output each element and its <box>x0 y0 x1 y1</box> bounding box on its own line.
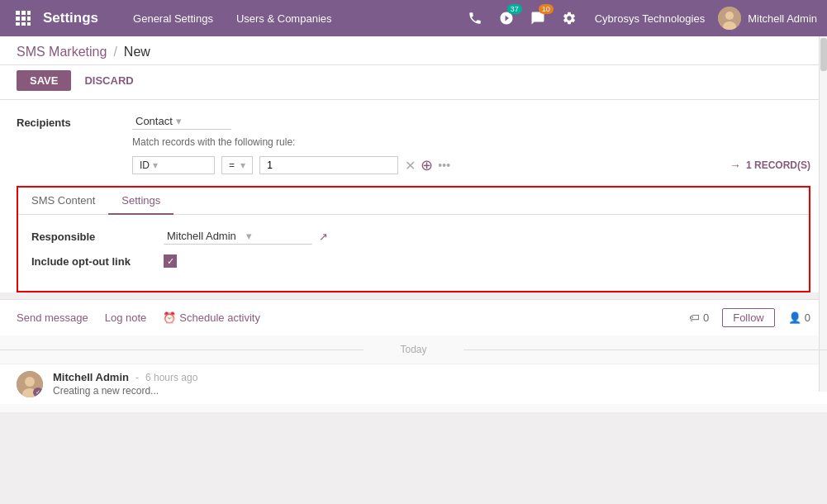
rule-row: ID ▾ = ▾ ✕ ⊕ ••• → 1 RECORD(S) <box>132 156 810 174</box>
responsible-arrow-icon: ▾ <box>246 230 252 242</box>
settings-icon-btn[interactable] <box>557 6 582 31</box>
follow-button[interactable]: Follow <box>722 308 775 327</box>
message-text: Creating a new record... <box>53 385 810 397</box>
followers-icon: 👤 <box>788 311 801 324</box>
rule-field-select[interactable]: ID ▾ <box>132 156 215 174</box>
message-row: ✓ Mitchell Admin - 6 hours ago Creating … <box>0 364 827 404</box>
opt-out-checkbox[interactable]: ✓ <box>164 254 177 268</box>
responsible-value: Mitchell Admin ▾ ↗ <box>164 228 328 245</box>
dropdown-arrow-icon: ▾ <box>176 115 182 127</box>
rule-more-icon[interactable]: ••• <box>438 159 450 172</box>
activity-icon-btn[interactable]: 37 <box>494 6 519 31</box>
nav-users-companies[interactable]: Users & Companies <box>225 0 344 36</box>
scrollbar[interactable] <box>819 36 827 392</box>
log-note-btn[interactable]: Log note <box>105 311 147 324</box>
external-link-icon[interactable]: ↗ <box>319 231 328 243</box>
settings-tab-content: Responsible Mitchell Admin ▾ ↗ Include o… <box>18 215 809 291</box>
rule-field-arrow-icon: ▾ <box>153 159 158 171</box>
tab-sms-content[interactable]: SMS Content <box>18 188 108 215</box>
user-name: Mitchell Admin <box>748 12 817 25</box>
activity-badge: 37 <box>507 4 522 14</box>
rule-value-input[interactable] <box>259 156 398 174</box>
message-author: Mitchell Admin <box>53 371 129 383</box>
discard-button[interactable]: DISCARD <box>78 70 140 91</box>
message-avatar-badge: ✓ <box>33 388 43 397</box>
user-avatar[interactable] <box>718 7 741 30</box>
recipients-label: Recipients <box>17 113 132 129</box>
top-navigation: Settings General Settings Users & Compan… <box>0 0 827 36</box>
chatter-bar: Send message Log note ⏰ Schedule activit… <box>0 299 827 335</box>
tags-count[interactable]: 🏷 0 <box>689 311 709 324</box>
match-rule-row: Match records with the following rule: <box>132 136 810 153</box>
app-name: Settings <box>43 10 98 26</box>
breadcrumb-separator: / <box>113 45 116 59</box>
svg-point-10 <box>725 12 734 20</box>
breadcrumb: SMS Marketing / New <box>0 36 827 65</box>
responsible-select[interactable]: Mitchell Admin ▾ <box>164 228 312 245</box>
rule-actions: ✕ ⊕ ••• <box>405 156 450 174</box>
action-bar: SAVE DISCARD <box>0 65 827 100</box>
opt-out-row: Include opt-out link ✓ <box>31 254 796 268</box>
chat-badge: 10 <box>539 4 554 14</box>
responsible-label: Responsible <box>31 231 164 243</box>
svg-rect-7 <box>21 22 26 26</box>
opt-out-value: ✓ <box>164 254 177 268</box>
rule-op-arrow-icon: ▾ <box>240 159 245 171</box>
grid-menu-icon[interactable] <box>10 5 36 31</box>
rule-op-select[interactable]: = ▾ <box>221 156 253 174</box>
main-form: Recipients Contact ▾ Match records with … <box>0 100 827 292</box>
breadcrumb-current: New <box>124 45 150 59</box>
nav-menu: General Settings Users & Companies <box>121 0 463 36</box>
svg-rect-2 <box>27 11 31 15</box>
message-content: Mitchell Admin - 6 hours ago Creating a … <box>53 371 810 397</box>
clock-icon: ⏰ <box>163 311 176 324</box>
phone-icon-btn[interactable] <box>463 6 487 31</box>
svg-rect-8 <box>27 22 31 26</box>
breadcrumb-parent[interactable]: SMS Marketing <box>17 45 107 59</box>
opt-out-label: Include opt-out link <box>31 255 164 268</box>
recipients-value: Contact ▾ <box>132 113 810 130</box>
match-rule-text: Match records with the following rule: <box>132 136 295 148</box>
svg-point-13 <box>25 377 35 387</box>
rule-add-icon[interactable]: ⊕ <box>421 156 433 174</box>
send-message-btn[interactable]: Send message <box>17 311 88 324</box>
scrollbar-thumb[interactable] <box>820 38 827 71</box>
recipients-select[interactable]: Contact ▾ <box>132 113 231 130</box>
message-time: 6 hours ago <box>145 372 197 383</box>
svg-rect-3 <box>16 17 20 21</box>
nav-right: 37 10 Cybrosys Technologies Mitchell Adm… <box>463 6 817 31</box>
record-arrow-icon: → <box>730 159 741 172</box>
chat-icon-btn[interactable]: 10 <box>525 6 550 31</box>
message-avatar: ✓ <box>17 371 43 397</box>
timeline-section: Today ✓ Mitchell Admin - 6 hours ago Cre… <box>0 335 827 412</box>
nav-general-settings[interactable]: General Settings <box>121 0 225 36</box>
svg-rect-6 <box>16 22 20 26</box>
timeline-today-divider: Today <box>0 344 827 355</box>
rule-delete-icon[interactable]: ✕ <box>405 158 416 174</box>
svg-rect-1 <box>21 11 26 15</box>
tabs-container: SMS Content Settings Responsible Mitchel… <box>17 186 810 292</box>
responsible-row: Responsible Mitchell Admin ▾ ↗ <box>31 228 796 245</box>
svg-rect-5 <box>27 17 31 21</box>
followers-count[interactable]: 👤 0 <box>788 311 810 324</box>
record-count-link[interactable]: 1 RECORD(S) <box>746 159 810 171</box>
svg-rect-0 <box>16 11 20 15</box>
tab-settings[interactable]: Settings <box>108 188 173 215</box>
chatter-right: 🏷 0 Follow 👤 0 <box>689 308 810 327</box>
message-header: Mitchell Admin - 6 hours ago <box>53 371 810 383</box>
svg-rect-4 <box>21 17 26 21</box>
save-button[interactable]: SAVE <box>17 70 71 91</box>
schedule-activity-btn[interactable]: ⏰ Schedule activity <box>163 311 260 324</box>
tabs-header: SMS Content Settings <box>18 188 809 215</box>
recipients-row: Recipients Contact ▾ <box>17 113 810 130</box>
record-count-area: → 1 RECORD(S) <box>730 159 810 172</box>
tag-icon: 🏷 <box>689 311 700 324</box>
company-name: Cybrosys Technologies <box>595 12 705 25</box>
